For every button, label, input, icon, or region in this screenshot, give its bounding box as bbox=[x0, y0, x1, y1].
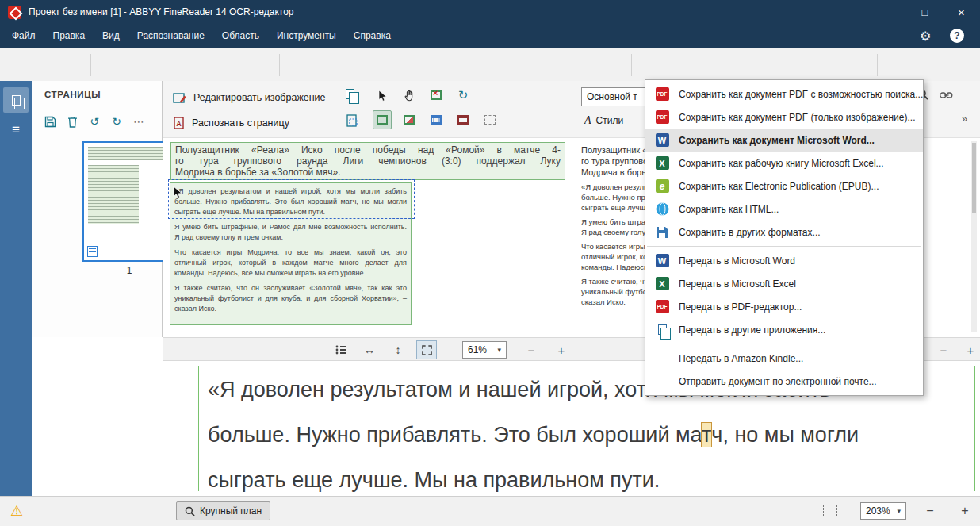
closeup-zoom-in-button[interactable]: + bbox=[955, 501, 975, 521]
table-region-icon bbox=[431, 115, 442, 125]
menu-item-send-other-apps[interactable]: Передать в другие приложения... bbox=[645, 318, 923, 341]
image-region-icon bbox=[404, 115, 415, 125]
rotate-left-button[interactable]: ↺ bbox=[86, 113, 103, 130]
menu-item-save-other-formats[interactable]: Сохранить в других форматах... bbox=[645, 221, 923, 244]
app-logo-icon bbox=[8, 6, 21, 19]
menu-help[interactable]: Справка bbox=[345, 24, 400, 48]
menu-item-send-excel[interactable]: X Передать в Microsoft Excel bbox=[645, 272, 923, 295]
styles-button[interactable]: А Стили bbox=[584, 114, 623, 127]
menu-bar: Файл Правка Вид Распознавание Область Ин… bbox=[0, 24, 980, 48]
closeup-zoom-out-button[interactable]: − bbox=[920, 501, 940, 521]
closeup-line: сыграть еще лучше. Мы на правильном пути… bbox=[208, 458, 859, 496]
rerecognize-region-button[interactable]: ↻ bbox=[454, 86, 473, 105]
menu-item-send-email[interactable]: Отправить документ по электронной почте.… bbox=[645, 370, 923, 393]
pan-tool-button[interactable] bbox=[400, 86, 419, 105]
text-region-1[interactable]: Полузащитник «Реала» Иско после победы н… bbox=[170, 142, 565, 180]
analyze-page-button[interactable] bbox=[346, 114, 358, 127]
barcode-region-tool[interactable] bbox=[454, 110, 473, 129]
text-line: уникальный футболист и для клуба, и для … bbox=[174, 294, 407, 304]
select-tool-button[interactable] bbox=[373, 86, 392, 105]
rotate-right-button[interactable]: ↻ bbox=[108, 113, 125, 130]
image-zoom-select[interactable]: 61% ▾ bbox=[462, 341, 507, 359]
menu-edit[interactable]: Правка bbox=[44, 24, 94, 48]
scanned-page-canvas[interactable]: Полузащитник «Реала» Иско после победы н… bbox=[163, 138, 575, 337]
closeup-zoom-select[interactable]: 203% ▾ bbox=[860, 502, 906, 520]
menu-file[interactable]: Файл bbox=[3, 24, 44, 48]
fit-page-button[interactable] bbox=[416, 340, 437, 359]
menu-item-label: Сохранить в других форматах... bbox=[679, 227, 821, 238]
mouse-cursor-icon bbox=[173, 186, 182, 202]
text-zoom-in-button[interactable]: + bbox=[960, 340, 980, 359]
menu-item-save-epub[interactable]: e Сохранить как Electronic Publication (… bbox=[645, 175, 923, 198]
menu-item-label: Передать в Microsoft Excel bbox=[679, 278, 796, 290]
menu-item-send-pdf-editor[interactable]: PDF Передать в PDF-редактор... bbox=[645, 295, 923, 318]
text-line: Что касается игры Модрича, то все мы зна… bbox=[174, 248, 407, 258]
text-line: команды. Надеюсь, все мы сможем играть н… bbox=[174, 268, 407, 278]
delete-region-button[interactable]: × bbox=[427, 86, 446, 105]
more-options-button[interactable]: ⋯ bbox=[130, 113, 147, 130]
left-navigation-strip: ≡ bbox=[0, 81, 32, 496]
text-panel-scrollbar[interactable] bbox=[971, 141, 977, 332]
fit-height-button[interactable]: ↕ bbox=[388, 340, 408, 359]
refresh-region-icon: ↻ bbox=[458, 88, 469, 102]
warning-icon[interactable]: ⚠ bbox=[10, 502, 23, 520]
recognize-page-button[interactable]: A Распознать страницу bbox=[173, 113, 289, 133]
more-tools-chevron[interactable]: » bbox=[962, 113, 967, 125]
table-region-tool[interactable] bbox=[427, 110, 446, 129]
toolbar-divider bbox=[381, 54, 381, 76]
edit-image-button[interactable]: Редактировать изображение bbox=[173, 87, 326, 108]
delete-page-button[interactable] bbox=[63, 113, 81, 130]
pages-view-tab[interactable] bbox=[3, 87, 29, 113]
cursor-arrow-icon bbox=[378, 90, 387, 102]
menu-view[interactable]: Вид bbox=[94, 24, 128, 48]
menu-item-save-pdf-searchable[interactable]: PDF Сохранить как документ PDF с возможн… bbox=[645, 83, 923, 106]
maximize-button[interactable]: □ bbox=[907, 0, 943, 24]
menu-item-label: Сохранить как документ Microsoft Word... bbox=[679, 135, 875, 146]
menu-item-label: Сохранить как документ PDF с возможность… bbox=[679, 89, 923, 100]
menu-item-label: Передать в другие приложения... bbox=[679, 324, 825, 336]
closeup-toggle-button[interactable]: Крупный план bbox=[176, 501, 270, 520]
pdf-icon: PDF bbox=[656, 110, 669, 124]
image-zoom-in-button[interactable]: + bbox=[551, 340, 572, 359]
copy-image-button[interactable] bbox=[346, 89, 354, 99]
link-icon bbox=[940, 91, 953, 99]
region-boundary-line bbox=[974, 366, 975, 491]
menu-item-save-excel[interactable]: X Сохранить как рабочую книгу Microsoft … bbox=[645, 152, 923, 175]
text-region-tool[interactable] bbox=[373, 110, 392, 129]
text-zoom-out-button[interactable]: − bbox=[933, 340, 954, 359]
list-view-tab[interactable]: ≡ bbox=[3, 117, 29, 143]
structure-icon bbox=[335, 345, 346, 355]
region-selection-marquee[interactable] bbox=[168, 179, 415, 219]
menu-item-save-html[interactable]: Сохранить как HTML... bbox=[645, 198, 923, 221]
chevron-down-icon: ▾ bbox=[897, 507, 901, 515]
text-line: Модрича в борьбе за «Золотой мяч». bbox=[175, 167, 561, 178]
menu-recognition[interactable]: Распознавание bbox=[128, 24, 213, 48]
settings-gear-icon[interactable]: ⚙ bbox=[920, 29, 931, 44]
styles-label: Стили bbox=[596, 115, 624, 126]
menu-item-send-kindle[interactable]: Передать в Amazon Kindle... bbox=[645, 347, 923, 370]
menu-tools[interactable]: Инструменты bbox=[268, 24, 345, 48]
background-region-tool[interactable] bbox=[480, 110, 500, 129]
floppy-icon bbox=[44, 116, 56, 128]
copy-image-icon bbox=[346, 89, 354, 99]
menu-item-send-word[interactable]: W Передать в Microsoft Word bbox=[645, 249, 923, 272]
word-icon: W bbox=[656, 133, 669, 147]
close-button[interactable]: × bbox=[943, 0, 980, 24]
image-zoom-out-button[interactable]: − bbox=[521, 340, 542, 359]
menu-item-save-word[interactable]: W Сохранить как документ Microsoft Word.… bbox=[645, 129, 923, 152]
menu-item-save-pdf-image[interactable]: PDF Сохранить как документ PDF (только и… bbox=[645, 106, 923, 129]
minimize-button[interactable]: – bbox=[871, 0, 907, 24]
pdf-icon: PDF bbox=[656, 300, 669, 313]
help-icon[interactable]: ? bbox=[950, 29, 964, 43]
structure-view-button[interactable] bbox=[331, 340, 351, 359]
selection-mode-icon[interactable] bbox=[823, 505, 837, 516]
text-line: Полузащитник «Реала» Иско после победы н… bbox=[175, 144, 561, 155]
menu-area[interactable]: Область bbox=[213, 24, 268, 48]
fit-width-button[interactable]: ↔ bbox=[359, 340, 380, 359]
image-region-tool[interactable] bbox=[400, 110, 419, 129]
menu-separator bbox=[647, 344, 921, 344]
link-button[interactable] bbox=[940, 90, 953, 102]
menu-separator bbox=[647, 246, 921, 247]
abbyy-finereader-window: Проект без имени [1] - ABBYY FineReader … bbox=[0, 0, 980, 526]
save-page-button[interactable] bbox=[41, 113, 59, 130]
